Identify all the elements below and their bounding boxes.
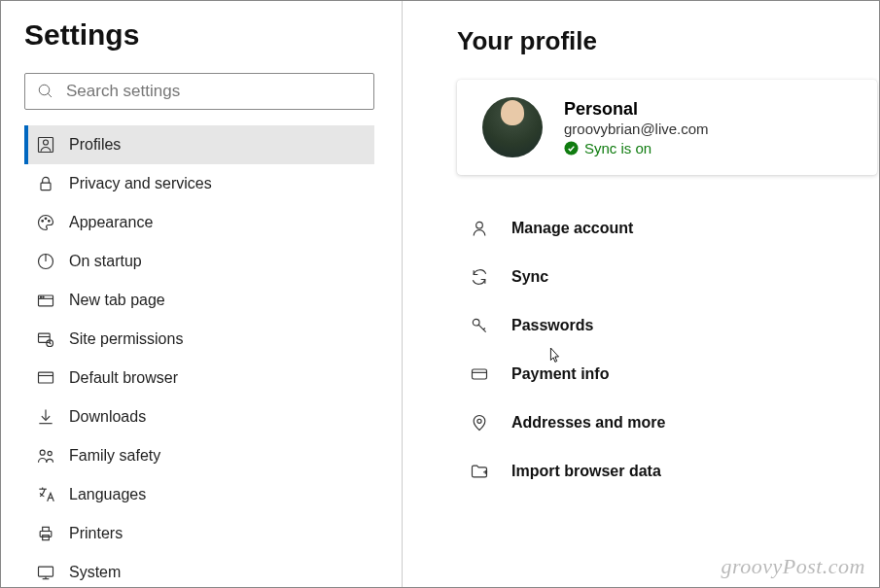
sidebar-item-label: Family safety bbox=[69, 447, 160, 465]
svg-point-30 bbox=[476, 222, 483, 228]
svg-point-6 bbox=[45, 218, 47, 220]
printer-icon bbox=[36, 524, 55, 543]
row-passwords[interactable]: Passwords bbox=[457, 301, 877, 350]
svg-point-34 bbox=[477, 419, 481, 423]
sidebar-item-label: Appearance bbox=[69, 214, 153, 231]
row-manage-account[interactable]: Manage account bbox=[457, 204, 877, 253]
sidebar-item-startup[interactable]: On startup bbox=[24, 242, 374, 281]
sync-status: Sync is on bbox=[564, 140, 709, 156]
row-label: Addresses and more bbox=[511, 414, 665, 432]
svg-point-21 bbox=[48, 451, 52, 455]
sidebar-item-label: Profiles bbox=[69, 136, 121, 154]
settings-sidebar: Settings Profiles Privacy and services A… bbox=[1, 1, 403, 587]
sidebar-item-label: Default browser bbox=[69, 369, 178, 387]
row-label: Manage account bbox=[511, 220, 633, 237]
sidebar-item-system[interactable]: System bbox=[24, 553, 374, 588]
sidebar-item-label: Printers bbox=[69, 525, 123, 542]
sidebar-item-label: System bbox=[69, 564, 121, 581]
svg-rect-32 bbox=[473, 369, 487, 379]
watermark: groovyPost.com bbox=[721, 554, 865, 579]
family-icon bbox=[36, 446, 55, 466]
row-label: Passwords bbox=[511, 317, 593, 334]
browser-icon bbox=[36, 368, 55, 388]
main-panel: Your profile Personal groovybrian@live.c… bbox=[403, 1, 879, 587]
sidebar-item-family[interactable]: Family safety bbox=[24, 436, 374, 475]
profile-email: groovybrian@live.com bbox=[564, 121, 709, 137]
row-addresses[interactable]: Addresses and more bbox=[457, 398, 877, 447]
svg-rect-26 bbox=[39, 567, 53, 576]
svg-line-1 bbox=[48, 93, 52, 97]
download-icon bbox=[36, 407, 55, 427]
row-import[interactable]: Import browser data bbox=[457, 447, 877, 496]
site-permissions-icon bbox=[36, 329, 55, 349]
sidebar-item-label: Site permissions bbox=[69, 330, 183, 348]
language-icon bbox=[36, 485, 55, 504]
row-label: Sync bbox=[511, 268, 548, 286]
svg-rect-23 bbox=[40, 532, 52, 537]
svg-rect-25 bbox=[43, 536, 50, 540]
row-sync[interactable]: Sync bbox=[457, 253, 877, 301]
row-label: Payment info bbox=[511, 365, 609, 383]
profile-options: Manage account Sync Passwords Payment in… bbox=[457, 204, 877, 496]
svg-point-7 bbox=[49, 221, 51, 223]
card-icon bbox=[469, 363, 490, 385]
row-label: Import browser data bbox=[511, 463, 661, 480]
system-icon bbox=[36, 563, 55, 582]
sidebar-item-site-permissions[interactable]: Site permissions bbox=[24, 320, 374, 359]
location-icon bbox=[469, 412, 490, 433]
svg-point-20 bbox=[40, 450, 45, 455]
sidebar-item-printers[interactable]: Printers bbox=[24, 514, 374, 553]
svg-point-29 bbox=[564, 141, 578, 155]
key-icon bbox=[469, 315, 490, 336]
sidebar-item-downloads[interactable]: Downloads bbox=[24, 398, 374, 436]
sidebar-item-default-browser[interactable]: Default browser bbox=[24, 359, 374, 398]
profile-icon bbox=[36, 135, 55, 155]
sync-status-text: Sync is on bbox=[584, 140, 651, 156]
lock-icon bbox=[36, 174, 55, 193]
svg-point-12 bbox=[40, 296, 41, 297]
sidebar-item-label: Languages bbox=[69, 486, 146, 503]
sidebar-item-label: Privacy and services bbox=[69, 175, 212, 192]
svg-point-13 bbox=[43, 296, 44, 297]
page-title: Your profile bbox=[457, 26, 879, 56]
power-icon bbox=[36, 252, 55, 271]
sidebar-item-privacy[interactable]: Privacy and services bbox=[24, 164, 374, 203]
settings-nav: Profiles Privacy and services Appearance… bbox=[24, 125, 374, 588]
svg-rect-4 bbox=[41, 183, 51, 190]
sidebar-item-profiles[interactable]: Profiles bbox=[24, 125, 374, 164]
sidebar-item-label: Downloads bbox=[69, 408, 146, 426]
row-payment[interactable]: Payment info bbox=[457, 350, 877, 398]
search-icon bbox=[37, 83, 54, 100]
check-circle-icon bbox=[564, 141, 579, 156]
svg-point-5 bbox=[42, 221, 44, 223]
sync-icon bbox=[469, 266, 490, 288]
sidebar-item-label: On startup bbox=[69, 253, 142, 270]
svg-point-3 bbox=[44, 140, 49, 145]
profile-name: Personal bbox=[564, 99, 709, 120]
svg-rect-17 bbox=[39, 372, 53, 383]
sidebar-item-newtab[interactable]: New tab page bbox=[24, 281, 374, 320]
sidebar-item-label: New tab page bbox=[69, 292, 165, 309]
svg-point-31 bbox=[473, 319, 479, 326]
import-icon bbox=[469, 461, 490, 482]
avatar bbox=[482, 97, 543, 157]
new-tab-icon bbox=[36, 291, 55, 310]
svg-point-0 bbox=[39, 85, 50, 95]
person-icon bbox=[469, 218, 490, 239]
profile-text: Personal groovybrian@live.com Sync is on bbox=[564, 99, 709, 156]
sidebar-item-languages[interactable]: Languages bbox=[24, 475, 374, 514]
search-input[interactable] bbox=[66, 82, 362, 101]
palette-icon bbox=[36, 213, 55, 232]
search-settings-field[interactable] bbox=[24, 73, 374, 110]
sidebar-item-appearance[interactable]: Appearance bbox=[24, 203, 374, 242]
svg-rect-24 bbox=[43, 527, 50, 531]
profile-card[interactable]: Personal groovybrian@live.com Sync is on bbox=[457, 80, 877, 175]
settings-title: Settings bbox=[24, 18, 374, 52]
